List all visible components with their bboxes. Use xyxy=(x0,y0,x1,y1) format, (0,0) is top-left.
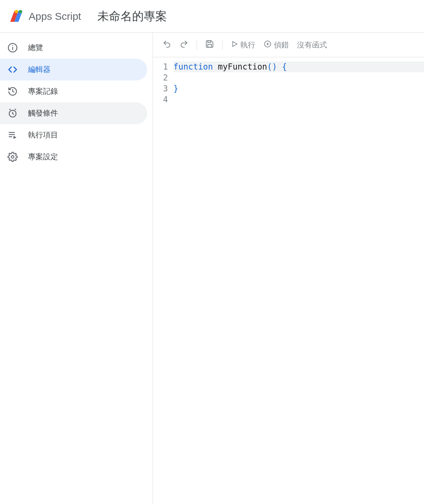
svg-point-0 xyxy=(15,10,18,13)
app-header: Apps Script 未命名的專案 xyxy=(0,0,424,33)
svg-point-4 xyxy=(12,45,13,46)
undo-button[interactable] xyxy=(160,38,174,52)
debug-label: 偵錯 xyxy=(274,40,289,50)
svg-rect-8 xyxy=(9,132,15,133)
sidebar-item-overview[interactable]: 總覽 xyxy=(0,37,147,59)
svg-rect-13 xyxy=(208,41,211,42)
sidebar-item-editor[interactable]: 編輯器 xyxy=(0,59,147,80)
redo-button[interactable] xyxy=(177,38,191,52)
info-icon xyxy=(7,42,18,54)
svg-marker-16 xyxy=(267,43,269,45)
code-icon xyxy=(7,64,18,75)
line-number: 4 xyxy=(153,94,168,105)
gear-icon xyxy=(7,151,18,163)
svg-line-6 xyxy=(9,109,11,110)
code-line[interactable] xyxy=(173,94,424,105)
svg-marker-14 xyxy=(233,41,237,46)
debug-icon xyxy=(264,40,272,50)
sidebar-item-label: 專案記錄 xyxy=(28,86,58,97)
sidebar-item-label: 編輯器 xyxy=(28,64,51,75)
history-icon xyxy=(7,86,18,97)
playlist-play-icon xyxy=(7,129,18,141)
toolbar-separator xyxy=(197,40,197,50)
svg-point-11 xyxy=(11,155,14,158)
svg-line-7 xyxy=(15,109,16,110)
alarm-icon xyxy=(7,107,18,119)
code-line[interactable]: function myFunction() { xyxy=(173,61,424,72)
logo-section: Apps Script xyxy=(8,8,81,25)
sidebar-item-label: 總覽 xyxy=(28,43,43,53)
sidebar-item-triggers[interactable]: 觸發條件 xyxy=(0,102,147,124)
svg-rect-9 xyxy=(9,134,15,135)
save-button[interactable] xyxy=(202,38,217,52)
svg-rect-12 xyxy=(208,44,212,47)
toolbar-separator xyxy=(222,40,223,50)
code-content[interactable]: function myFunction() { } xyxy=(173,61,424,504)
run-button[interactable]: 執行 xyxy=(228,38,258,52)
undo-icon xyxy=(162,40,171,50)
sidebar-item-label: 專案設定 xyxy=(28,152,58,162)
keyword: function xyxy=(173,62,213,72)
run-label: 執行 xyxy=(240,40,255,50)
brace: } xyxy=(173,84,178,93)
line-number: 3 xyxy=(153,83,168,94)
apps-script-logo-icon xyxy=(8,8,25,25)
editor-column: 執行 偵錯 沒有函式 1 2 3 4 function myFunction()… xyxy=(153,33,424,504)
sidebar-item-executions[interactable]: 執行項目 xyxy=(0,124,147,146)
sidebar-item-history[interactable]: 專案記錄 xyxy=(0,80,147,102)
brace: { xyxy=(277,62,287,72)
code-editor[interactable]: 1 2 3 4 function myFunction() { } xyxy=(153,57,424,504)
editor-toolbar: 執行 偵錯 沒有函式 xyxy=(153,33,424,57)
sidebar-item-settings[interactable]: 專案設定 xyxy=(0,146,147,168)
svg-rect-10 xyxy=(9,136,12,137)
main-body: 總覽 編輯器 專案記錄 觸發條件 執行項目 xyxy=(0,33,424,504)
code-line[interactable] xyxy=(173,72,424,83)
identifier: myFunction xyxy=(213,62,267,72)
play-icon xyxy=(231,40,238,50)
line-number: 1 xyxy=(153,61,168,72)
line-number-gutter: 1 2 3 4 xyxy=(153,61,173,504)
function-selector[interactable]: 沒有函式 xyxy=(294,38,330,52)
svg-point-1 xyxy=(19,10,22,13)
product-name: Apps Script xyxy=(29,11,81,22)
sidebar-item-label: 觸發條件 xyxy=(28,108,58,118)
save-icon xyxy=(205,40,214,50)
line-number: 2 xyxy=(153,72,168,83)
sidebar: 總覽 編輯器 專案記錄 觸發條件 執行項目 xyxy=(0,33,153,504)
function-selector-label: 沒有函式 xyxy=(297,40,327,50)
debug-button[interactable]: 偵錯 xyxy=(261,38,292,52)
project-title[interactable]: 未命名的專案 xyxy=(97,9,167,24)
sidebar-item-label: 執行項目 xyxy=(28,130,58,140)
redo-icon xyxy=(180,40,188,50)
paren: () xyxy=(267,62,277,72)
code-line[interactable]: } xyxy=(173,83,424,94)
